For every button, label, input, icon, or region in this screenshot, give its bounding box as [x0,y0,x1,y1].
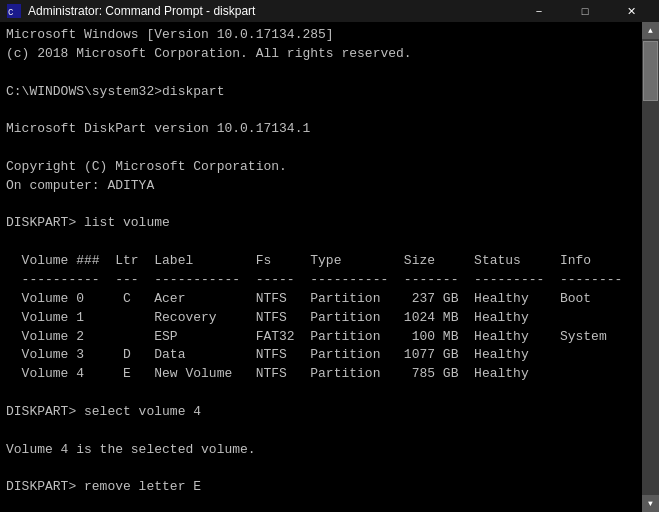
maximize-button[interactable]: □ [563,0,607,22]
scroll-up-button[interactable]: ▲ [642,22,659,39]
title-bar-controls: − □ ✕ [517,0,653,22]
window-title: Administrator: Command Prompt - diskpart [28,4,255,18]
minimize-button[interactable]: − [517,0,561,22]
title-bar-left: C Administrator: Command Prompt - diskpa… [6,3,255,19]
title-bar: C Administrator: Command Prompt - diskpa… [0,0,659,22]
window: C Administrator: Command Prompt - diskpa… [0,0,659,512]
cmd-icon: C [6,3,22,19]
console-wrapper: Microsoft Windows [Version 10.0.17134.28… [0,22,642,512]
scroll-thumb[interactable] [643,41,658,101]
scroll-track[interactable] [642,39,659,495]
svg-text:C: C [8,8,14,18]
scrollbar[interactable]: ▲ ▼ [642,22,659,512]
console-output[interactable]: Microsoft Windows [Version 10.0.17134.28… [0,22,642,512]
scroll-down-button[interactable]: ▼ [642,495,659,512]
close-button[interactable]: ✕ [609,0,653,22]
